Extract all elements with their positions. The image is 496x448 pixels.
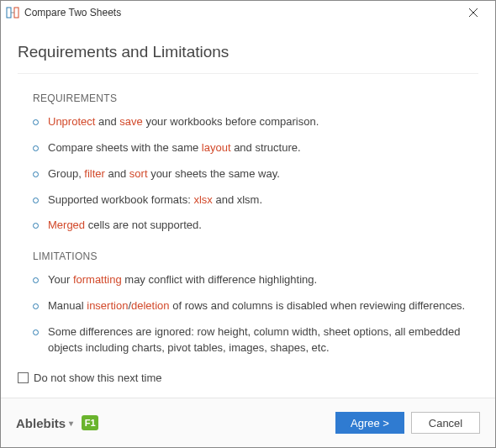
dialog-content: Requirements and Limitations REQUIREMENT… (1, 24, 495, 365)
limitations-section: LIMITATIONS Your formatting may conflict… (33, 250, 478, 356)
requirements-section: REQUIREMENTS Unprotect and save your wor… (33, 92, 478, 234)
section-title: REQUIREMENTS (33, 92, 478, 104)
divider (18, 73, 478, 74)
title-bar: Compare Two Sheets (1, 1, 495, 24)
list-item: Merged cells are not supported. (33, 218, 478, 234)
close-button[interactable] (456, 1, 490, 24)
list-item: Compare sheets with the same layout and … (33, 140, 478, 156)
brand-label: Ablebits (16, 416, 66, 430)
checkbox-label[interactable]: Do not show this next time (34, 372, 161, 384)
limitations-list: Your formatting may conflict with differ… (33, 272, 478, 356)
list-item: Supported workbook formats: xlsx and xls… (33, 192, 478, 208)
requirements-list: Unprotect and save your workbooks before… (33, 114, 478, 234)
list-item: Manual insertion/deletion of rows and co… (33, 298, 478, 314)
dialog-window: Compare Two Sheets Requirements and Limi… (0, 0, 496, 448)
list-item: Group, filter and sort your sheets the s… (33, 166, 478, 182)
agree-button[interactable]: Agree > (335, 412, 404, 434)
svg-rect-1 (14, 8, 18, 18)
window-title: Compare Two Sheets (24, 7, 456, 18)
brand-menu[interactable]: Ablebits ▾ (16, 416, 73, 430)
checkbox-row: Do not show this next time (18, 372, 495, 398)
svg-rect-0 (7, 8, 11, 18)
help-button[interactable]: F1 (82, 415, 98, 430)
close-icon (469, 7, 478, 19)
do-not-show-checkbox[interactable] (18, 372, 29, 383)
list-item: Some differences are ignored: row height… (33, 324, 478, 356)
dialog-footer: Ablebits ▾ F1 Agree > Cancel (1, 398, 495, 447)
list-item: Unprotect and save your workbooks before… (33, 114, 478, 130)
page-title: Requirements and Limitations (18, 43, 478, 61)
list-item: Your formatting may conflict with differ… (33, 272, 478, 288)
section-title: LIMITATIONS (33, 250, 478, 262)
app-icon (6, 6, 19, 19)
cancel-button[interactable]: Cancel (411, 412, 480, 434)
chevron-down-icon: ▾ (69, 419, 73, 428)
